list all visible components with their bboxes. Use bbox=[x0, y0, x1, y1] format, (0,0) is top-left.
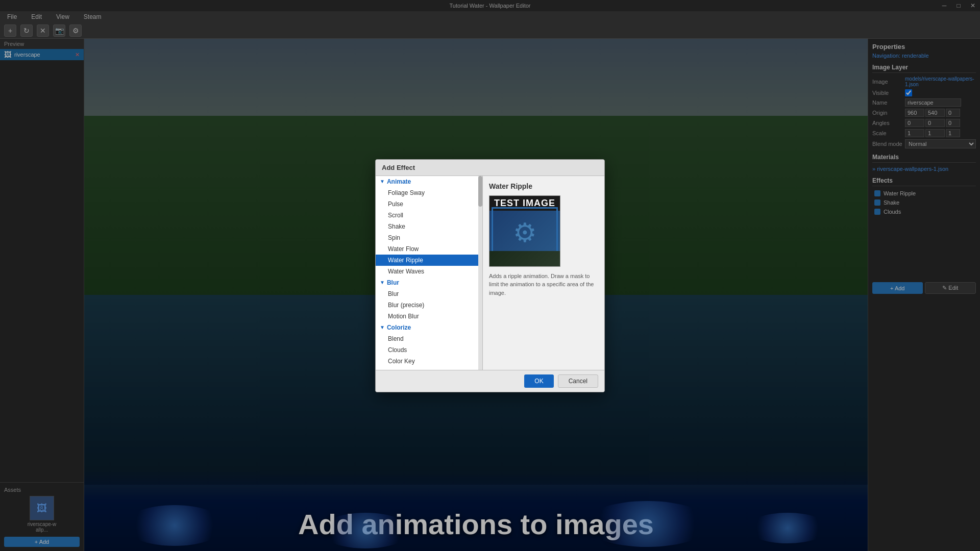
animate-arrow: ▼ bbox=[380, 179, 385, 184]
blur-precise-item[interactable]: Blur (precise) bbox=[376, 299, 482, 311]
colorize-category[interactable]: ▼ Colorize bbox=[376, 322, 482, 333]
water-ripple-item[interactable]: Water Ripple bbox=[376, 255, 482, 266]
dialog-footer: OK Cancel bbox=[376, 370, 604, 392]
colorize-arrow: ▼ bbox=[380, 324, 385, 330]
water-waves-item[interactable]: Water Waves bbox=[376, 266, 482, 277]
animate-category[interactable]: ▼ Animate bbox=[376, 176, 482, 187]
blur-label: Blur bbox=[387, 279, 399, 286]
dialog-title: Add Effect bbox=[376, 160, 604, 176]
shake-item[interactable]: Shake bbox=[376, 221, 482, 232]
water-flow-item[interactable]: Water Flow bbox=[376, 243, 482, 255]
dialog-overlay: Add Effect ▼ Animate Foliage Sway Pulse … bbox=[0, 0, 980, 551]
cancel-button[interactable]: Cancel bbox=[558, 374, 598, 388]
scroll-item[interactable]: Scroll bbox=[376, 210, 482, 221]
blur-arrow: ▼ bbox=[380, 280, 385, 285]
clouds-item[interactable]: Clouds bbox=[376, 344, 482, 356]
scrollbar-track bbox=[478, 176, 482, 370]
blend-item[interactable]: Blend bbox=[376, 333, 482, 344]
effect-list-panel: ▼ Animate Foliage Sway Pulse Scroll Shak… bbox=[376, 176, 483, 370]
gear-icon: ⚙ bbox=[513, 217, 537, 248]
preview-bottom bbox=[489, 251, 560, 266]
motion-blur-item[interactable]: Motion Blur bbox=[376, 311, 482, 322]
spin-item[interactable]: Spin bbox=[376, 232, 482, 243]
foliage-sway-item[interactable]: Foliage Sway bbox=[376, 187, 482, 198]
blur-item[interactable]: Blur bbox=[376, 288, 482, 299]
effect-description: Adds a ripple animation. Draw a mask to … bbox=[489, 272, 598, 364]
add-effect-dialog: Add Effect ▼ Animate Foliage Sway Pulse … bbox=[375, 159, 605, 392]
ok-button[interactable]: OK bbox=[524, 374, 553, 388]
effect-preview: TEST IMAGE ⚙ bbox=[489, 195, 560, 267]
scrollbar-thumb[interactable] bbox=[478, 176, 482, 207]
effect-detail-panel: Water Ripple TEST IMAGE ⚙ Adds a ripple … bbox=[483, 176, 604, 370]
pulse-item[interactable]: Pulse bbox=[376, 198, 482, 210]
animate-label: Animate bbox=[387, 178, 411, 185]
selected-effect-name: Water Ripple bbox=[489, 182, 598, 190]
film-grain-item[interactable]: Film Grain bbox=[376, 367, 482, 370]
colorize-label: Colorize bbox=[387, 324, 411, 331]
color-key-item[interactable]: Color Key bbox=[376, 356, 482, 367]
blur-category[interactable]: ▼ Blur bbox=[376, 277, 482, 288]
dialog-body: ▼ Animate Foliage Sway Pulse Scroll Shak… bbox=[376, 176, 604, 370]
